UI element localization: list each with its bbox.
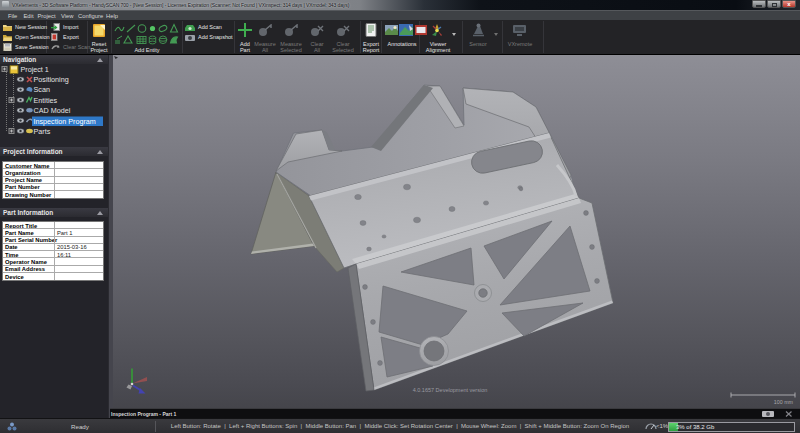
svg-text:Inspection Program: Inspection Program xyxy=(34,117,96,126)
svg-text:Entities: Entities xyxy=(34,96,58,105)
svg-text:Project 1: Project 1 xyxy=(21,65,49,74)
svg-text:CAD Model: CAD Model xyxy=(34,106,71,115)
svg-text:Positioning: Positioning xyxy=(34,75,69,84)
svg-text:100 mm: 100 mm xyxy=(774,399,794,405)
svg-text:Scan: Scan xyxy=(34,85,50,94)
svg-text:Parts: Parts xyxy=(34,127,51,136)
